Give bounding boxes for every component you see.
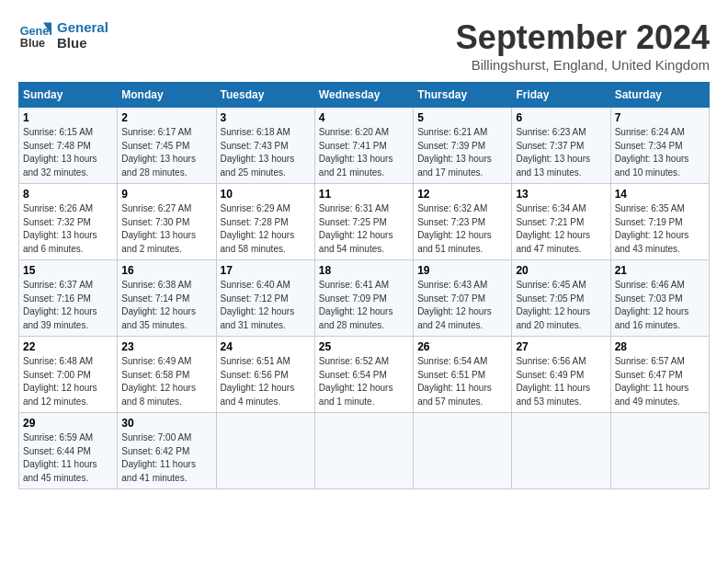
day-cell: 10Sunrise: 6:29 AM Sunset: 7:28 PM Dayli… xyxy=(216,184,314,260)
day-info: Sunrise: 6:54 AM Sunset: 6:51 PM Dayligh… xyxy=(417,355,507,408)
day-info: Sunrise: 6:49 AM Sunset: 6:58 PM Dayligh… xyxy=(121,355,211,408)
week-row-5: 29Sunrise: 6:59 AM Sunset: 6:44 PM Dayli… xyxy=(19,413,710,489)
day-cell: 12Sunrise: 6:32 AM Sunset: 7:23 PM Dayli… xyxy=(414,184,512,260)
day-cell xyxy=(512,413,610,489)
day-number: 8 xyxy=(23,188,113,201)
header-cell-friday: Friday xyxy=(512,83,610,108)
day-info: Sunrise: 6:40 AM Sunset: 7:12 PM Dayligh… xyxy=(221,279,311,332)
day-cell: 5Sunrise: 6:21 AM Sunset: 7:39 PM Daylig… xyxy=(414,108,512,184)
day-number: 16 xyxy=(121,264,211,277)
header-row: SundayMondayTuesdayWednesdayThursdayFrid… xyxy=(19,83,710,108)
week-row-3: 15Sunrise: 6:37 AM Sunset: 7:16 PM Dayli… xyxy=(19,260,710,337)
day-cell: 1Sunrise: 6:15 AM Sunset: 7:48 PM Daylig… xyxy=(19,108,118,184)
day-cell: 6Sunrise: 6:23 AM Sunset: 7:37 PM Daylig… xyxy=(512,108,610,184)
day-cell: 2Sunrise: 6:17 AM Sunset: 7:45 PM Daylig… xyxy=(118,108,216,184)
header-cell-monday: Monday xyxy=(118,83,216,108)
day-info: Sunrise: 6:35 AM Sunset: 7:19 PM Dayligh… xyxy=(615,202,705,256)
day-cell: 24Sunrise: 6:51 AM Sunset: 6:56 PM Dayli… xyxy=(216,337,314,413)
logo-general: General xyxy=(57,19,108,35)
day-cell: 30Sunrise: 7:00 AM Sunset: 6:42 PM Dayli… xyxy=(118,413,216,489)
title-block: September 2024 Billingshurst, England, U… xyxy=(456,18,710,73)
day-cell: 29Sunrise: 6:59 AM Sunset: 6:44 PM Dayli… xyxy=(19,413,118,489)
day-info: Sunrise: 6:27 AM Sunset: 7:30 PM Dayligh… xyxy=(121,202,211,256)
day-info: Sunrise: 6:20 AM Sunset: 7:41 PM Dayligh… xyxy=(319,126,409,179)
day-number: 15 xyxy=(23,264,113,277)
day-info: Sunrise: 6:29 AM Sunset: 7:28 PM Dayligh… xyxy=(221,202,311,256)
day-number: 22 xyxy=(23,340,113,353)
day-cell: 14Sunrise: 6:35 AM Sunset: 7:19 PM Dayli… xyxy=(610,184,709,260)
day-info: Sunrise: 6:37 AM Sunset: 7:16 PM Dayligh… xyxy=(23,279,113,332)
day-number: 18 xyxy=(319,264,409,277)
day-number: 11 xyxy=(319,188,409,201)
day-number: 7 xyxy=(615,111,705,124)
day-number: 12 xyxy=(417,188,507,201)
day-info: Sunrise: 6:56 AM Sunset: 6:49 PM Dayligh… xyxy=(516,355,606,408)
day-cell: 27Sunrise: 6:56 AM Sunset: 6:49 PM Dayli… xyxy=(512,337,610,413)
week-row-2: 8Sunrise: 6:26 AM Sunset: 7:32 PM Daylig… xyxy=(19,184,710,260)
day-number: 26 xyxy=(417,340,507,353)
day-cell: 7Sunrise: 6:24 AM Sunset: 7:34 PM Daylig… xyxy=(610,108,709,184)
day-cell: 18Sunrise: 6:41 AM Sunset: 7:09 PM Dayli… xyxy=(314,260,413,337)
header-cell-saturday: Saturday xyxy=(610,83,709,108)
day-info: Sunrise: 6:23 AM Sunset: 7:37 PM Dayligh… xyxy=(516,126,606,179)
day-cell: 22Sunrise: 6:48 AM Sunset: 7:00 PM Dayli… xyxy=(19,337,118,413)
day-number: 6 xyxy=(516,111,606,124)
header-cell-tuesday: Tuesday xyxy=(216,83,314,108)
day-number: 23 xyxy=(121,340,211,353)
day-cell xyxy=(314,413,413,489)
logo-icon: General Blue xyxy=(18,18,51,52)
day-cell: 19Sunrise: 6:43 AM Sunset: 7:07 PM Dayli… xyxy=(414,260,512,337)
week-row-1: 1Sunrise: 6:15 AM Sunset: 7:48 PM Daylig… xyxy=(19,108,710,184)
logo-blue: Blue xyxy=(57,35,108,51)
week-row-4: 22Sunrise: 6:48 AM Sunset: 7:00 PM Dayli… xyxy=(19,337,710,413)
day-number: 17 xyxy=(221,264,311,277)
day-number: 13 xyxy=(516,188,606,201)
day-cell: 28Sunrise: 6:57 AM Sunset: 6:47 PM Dayli… xyxy=(610,337,709,413)
day-number: 27 xyxy=(516,340,606,353)
location: Billingshurst, England, United Kingdom xyxy=(456,57,710,73)
calendar-body: 1Sunrise: 6:15 AM Sunset: 7:48 PM Daylig… xyxy=(19,108,710,489)
day-info: Sunrise: 6:45 AM Sunset: 7:05 PM Dayligh… xyxy=(516,279,606,332)
day-cell: 3Sunrise: 6:18 AM Sunset: 7:43 PM Daylig… xyxy=(216,108,314,184)
logo: General Blue General Blue xyxy=(18,18,108,52)
day-number: 30 xyxy=(121,417,211,430)
day-info: Sunrise: 6:46 AM Sunset: 7:03 PM Dayligh… xyxy=(615,279,705,332)
day-info: Sunrise: 6:32 AM Sunset: 7:23 PM Dayligh… xyxy=(417,202,507,256)
day-cell: 9Sunrise: 6:27 AM Sunset: 7:30 PM Daylig… xyxy=(118,184,216,260)
day-number: 3 xyxy=(221,111,311,124)
day-info: Sunrise: 6:52 AM Sunset: 6:54 PM Dayligh… xyxy=(319,355,409,408)
day-info: Sunrise: 6:38 AM Sunset: 7:14 PM Dayligh… xyxy=(121,279,211,332)
calendar-table: SundayMondayTuesdayWednesdayThursdayFrid… xyxy=(18,82,710,489)
header-cell-thursday: Thursday xyxy=(414,83,512,108)
day-cell: 20Sunrise: 6:45 AM Sunset: 7:05 PM Dayli… xyxy=(512,260,610,337)
day-cell: 23Sunrise: 6:49 AM Sunset: 6:58 PM Dayli… xyxy=(118,337,216,413)
day-info: Sunrise: 6:43 AM Sunset: 7:07 PM Dayligh… xyxy=(417,279,507,332)
day-cell: 13Sunrise: 6:34 AM Sunset: 7:21 PM Dayli… xyxy=(512,184,610,260)
day-info: Sunrise: 6:51 AM Sunset: 6:56 PM Dayligh… xyxy=(221,355,311,408)
day-cell: 15Sunrise: 6:37 AM Sunset: 7:16 PM Dayli… xyxy=(19,260,118,337)
page-header: General Blue General Blue September 2024… xyxy=(18,18,710,73)
day-cell: 26Sunrise: 6:54 AM Sunset: 6:51 PM Dayli… xyxy=(414,337,512,413)
month-title: September 2024 xyxy=(456,18,710,57)
svg-text:Blue: Blue xyxy=(20,37,45,50)
calendar-header: SundayMondayTuesdayWednesdayThursdayFrid… xyxy=(19,83,710,108)
day-info: Sunrise: 7:00 AM Sunset: 6:42 PM Dayligh… xyxy=(121,431,211,485)
day-cell: 16Sunrise: 6:38 AM Sunset: 7:14 PM Dayli… xyxy=(118,260,216,337)
day-info: Sunrise: 6:59 AM Sunset: 6:44 PM Dayligh… xyxy=(23,431,113,485)
day-number: 9 xyxy=(121,188,211,201)
day-number: 2 xyxy=(121,111,211,124)
day-info: Sunrise: 6:34 AM Sunset: 7:21 PM Dayligh… xyxy=(516,202,606,256)
day-info: Sunrise: 6:17 AM Sunset: 7:45 PM Dayligh… xyxy=(121,126,211,179)
day-info: Sunrise: 6:21 AM Sunset: 7:39 PM Dayligh… xyxy=(417,126,507,179)
day-cell xyxy=(414,413,512,489)
day-info: Sunrise: 6:48 AM Sunset: 7:00 PM Dayligh… xyxy=(23,355,113,408)
day-number: 5 xyxy=(417,111,507,124)
day-info: Sunrise: 6:24 AM Sunset: 7:34 PM Dayligh… xyxy=(615,126,705,179)
day-cell: 11Sunrise: 6:31 AM Sunset: 7:25 PM Dayli… xyxy=(314,184,413,260)
day-number: 25 xyxy=(319,340,409,353)
day-number: 10 xyxy=(221,188,311,201)
day-info: Sunrise: 6:26 AM Sunset: 7:32 PM Dayligh… xyxy=(23,202,113,256)
day-cell: 4Sunrise: 6:20 AM Sunset: 7:41 PM Daylig… xyxy=(314,108,413,184)
day-info: Sunrise: 6:31 AM Sunset: 7:25 PM Dayligh… xyxy=(319,202,409,256)
header-cell-wednesday: Wednesday xyxy=(314,83,413,108)
